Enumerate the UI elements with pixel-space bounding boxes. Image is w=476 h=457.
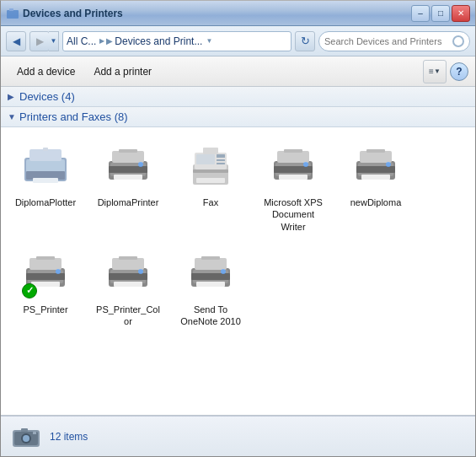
printer-label-ps-printer: PS_Printer (23, 304, 67, 315)
search-icon (452, 35, 464, 47)
printer-item-ps-printer-color[interactable]: PS_Printer_Color (90, 245, 166, 333)
toolbar-right: ≡ ▼ ? (423, 60, 468, 83)
svg-rect-34 (360, 151, 392, 163)
breadcrumb-prefix: All C... ▶ (67, 35, 104, 47)
devices-section-title: Devices (4) (19, 90, 75, 103)
help-button[interactable]: ? (450, 62, 468, 81)
svg-point-62 (23, 435, 29, 442)
window-title: Devices and Printers (23, 8, 123, 19)
close-button[interactable]: ✕ (452, 5, 470, 22)
printer-item-ps-printer[interactable]: ✓PS_Printer (8, 245, 83, 333)
svg-rect-11 (112, 151, 144, 163)
printer-icon-diploma-printer (103, 142, 153, 193)
printer-item-diploma-printer[interactable]: DiplomaPrinter (90, 137, 166, 238)
svg-rect-56 (196, 282, 225, 287)
svg-rect-18 (217, 154, 225, 158)
address-bar: ◀ ▶ ▼ All C... ▶ ▶ Devices and Print... … (1, 26, 475, 56)
svg-rect-19 (217, 159, 225, 161)
breadcrumb-separator: ▶ (106, 36, 113, 46)
printer-item-diploma-plotter[interactable]: DiplomaPlotter (8, 137, 83, 238)
default-printer-badge: ✓ (22, 283, 37, 298)
window-icon (6, 7, 19, 20)
refresh-button[interactable]: ↻ (295, 31, 315, 51)
printer-icon-ms-xps (268, 142, 318, 193)
svg-rect-36 (366, 149, 385, 153)
svg-rect-35 (361, 175, 390, 180)
svg-rect-1 (9, 8, 13, 11)
printer-label-ms-xps: Microsoft XPS Document Writer (260, 196, 326, 233)
devices-section-header[interactable]: ▶ Devices (4) (1, 87, 475, 107)
svg-rect-29 (284, 149, 302, 153)
search-input[interactable] (324, 36, 449, 46)
printer-item-ms-xps[interactable]: Microsoft XPS Document Writer (255, 137, 331, 238)
svg-rect-12 (114, 175, 142, 180)
breadcrumb-prefix-dropdown[interactable]: ▶ (99, 37, 104, 45)
printer-icon-ps-printer: ✓ (20, 250, 71, 300)
forward-button[interactable]: ▶ (29, 31, 50, 51)
add-device-button[interactable]: Add a device (8, 60, 84, 83)
svg-rect-20 (217, 163, 225, 164)
svg-point-37 (386, 162, 391, 167)
svg-rect-40 (26, 273, 65, 280)
toolbar: Add a device Add a printer ≡ ▼ ? (1, 56, 475, 87)
printer-icon-diploma-plotter (20, 142, 71, 193)
svg-rect-43 (36, 256, 55, 260)
svg-point-44 (56, 269, 61, 274)
svg-rect-6 (33, 178, 58, 183)
svg-rect-22 (196, 178, 225, 183)
svg-rect-27 (277, 151, 309, 163)
svg-point-30 (303, 162, 308, 167)
printer-item-fax[interactable]: Fax (173, 137, 249, 238)
svg-rect-13 (119, 149, 137, 153)
printer-icon-fax (185, 142, 236, 193)
minimize-button[interactable]: – (411, 5, 430, 22)
nav-dropdown-button[interactable]: ▼ (49, 31, 59, 51)
status-item-count: 12 items (50, 431, 88, 443)
svg-rect-26 (274, 166, 313, 173)
svg-rect-57 (201, 256, 220, 260)
printer-label-send-onenote: Send To OneNote 2010 (178, 304, 243, 328)
printer-item-new-diploma[interactable]: newDiploma (338, 137, 414, 238)
svg-rect-41 (29, 258, 62, 270)
printer-icon-new-diploma (350, 142, 401, 193)
svg-rect-64 (33, 432, 36, 434)
svg-rect-48 (112, 258, 144, 270)
svg-rect-28 (279, 175, 308, 180)
view-button[interactable]: ≡ ▼ (423, 60, 447, 83)
printer-label-ps-printer-color: PS_Printer_Color (95, 304, 161, 328)
svg-rect-17 (196, 154, 215, 164)
svg-rect-55 (195, 258, 227, 270)
printer-icon-send-onenote (185, 250, 236, 300)
printer-label-new-diploma: newDiploma (350, 196, 402, 208)
breadcrumb-current-dropdown[interactable]: ▼ (206, 37, 212, 45)
svg-point-58 (221, 269, 226, 274)
printer-label-diploma-printer: DiplomaPrinter (98, 196, 159, 208)
svg-rect-0 (7, 10, 19, 19)
svg-rect-10 (109, 166, 147, 173)
back-button[interactable]: ◀ (6, 31, 26, 51)
search-box[interactable] (318, 31, 470, 51)
svg-rect-5 (29, 149, 62, 161)
title-bar-controls: – □ ✕ (411, 5, 470, 22)
printer-label-fax: Fax (203, 196, 218, 208)
devices-toggle-icon: ▶ (8, 92, 16, 101)
svg-rect-33 (356, 166, 395, 173)
title-bar: Devices and Printers – □ ✕ (1, 1, 475, 26)
printers-section-content: DiplomaPlotter DiplomaPrinter Fax Micros… (1, 127, 475, 342)
printer-label-diploma-plotter: DiplomaPlotter (15, 196, 76, 208)
breadcrumb-bar[interactable]: All C... ▶ ▶ Devices and Print... ▼ (62, 31, 291, 51)
camera-icon (11, 422, 41, 452)
printers-toggle-icon: ▼ (8, 112, 16, 121)
add-printer-button[interactable]: Add a printer (84, 60, 161, 83)
printer-item-send-onenote[interactable]: Send To OneNote 2010 (173, 245, 249, 333)
printers-section-header[interactable]: ▼ Printers and Faxes (8) (1, 107, 475, 127)
svg-rect-21 (193, 169, 228, 173)
breadcrumb-current: Devices and Print... (115, 35, 202, 47)
svg-rect-7 (43, 148, 48, 151)
svg-rect-54 (191, 273, 230, 280)
maximize-button[interactable]: □ (431, 5, 450, 22)
svg-rect-49 (114, 282, 142, 287)
svg-rect-47 (109, 273, 147, 280)
printers-section-title: Printers and Faxes (8) (19, 110, 128, 123)
content-area: ▶ Devices (4) ▼ Printers and Faxes (8) D… (1, 87, 475, 416)
